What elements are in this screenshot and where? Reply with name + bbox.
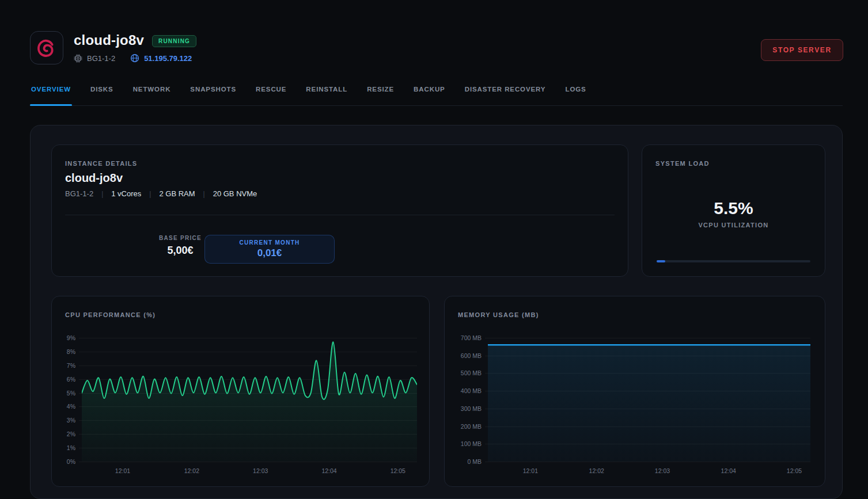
spec-item: 1 vCores [111, 189, 141, 198]
instance-name: cloud-jo8v [65, 172, 123, 185]
y-tick-label: 700 MB [454, 334, 482, 341]
base-price-value: 5,00€ [167, 245, 193, 257]
y-tick-label: 5% [58, 390, 75, 397]
server-meta-row: BG1-1-2 51.195.79.122 [74, 54, 192, 63]
instance-specs-row: BG1-1-2|1 vCores|2 GB RAM|20 GB NVMe [65, 189, 257, 198]
memory-usage-card: MEMORY USAGE (MB) 700 MB600 MB500 MB400 … [444, 296, 825, 487]
spec-item: BG1-1-2 [65, 189, 93, 198]
x-tick-label: 12:01 [115, 467, 130, 474]
cpu-chart-title: CPU PERFORMANCE (%) [65, 311, 156, 318]
load-progress-bar [657, 260, 810, 262]
overview-panel: INSTANCE DETAILS cloud-jo8v BG1-1-2|1 vC… [30, 125, 843, 499]
tab-backup[interactable]: BACKUP [412, 82, 446, 105]
x-tick-label: 12:02 [589, 467, 604, 474]
instance-details-title: INSTANCE DETAILS [65, 160, 138, 167]
memory-series [488, 338, 810, 462]
tab-rescue[interactable]: RESCUE [255, 82, 287, 105]
tab-disks[interactable]: DISKS [89, 82, 115, 105]
spec-separator: | [101, 190, 103, 198]
page-title: cloud-jo8v RUNNING [74, 32, 196, 48]
cpu-chart-plot: 9%8%7%6%5%4%3%2%1%0%12:0112:0212:0312:04… [82, 338, 417, 462]
cpu-chip-icon [74, 54, 82, 63]
spec-item: 20 GB NVMe [213, 189, 257, 198]
status-badge: RUNNING [152, 35, 196, 47]
spec-separator: | [149, 190, 151, 198]
cpu-series [82, 338, 417, 462]
y-tick-label: 1% [58, 444, 75, 451]
memory-chart-title: MEMORY USAGE (MB) [458, 311, 539, 318]
tab-bar: OVERVIEWDISKSNETWORKSNAPSHOTSRESCUEREINS… [30, 82, 843, 106]
debian-logo [30, 31, 63, 64]
x-tick-label: 12:04 [721, 467, 736, 474]
tab-snapshots[interactable]: SNAPSHOTS [189, 82, 237, 105]
vcpu-load-caption: VCPU UTILIZATION [642, 222, 825, 228]
y-tick-label: 500 MB [454, 370, 482, 376]
y-tick-label: 0 MB [454, 458, 482, 465]
current-month-label: CURRENT MONTH [239, 239, 300, 246]
spec-separator: | [203, 190, 205, 198]
y-tick-label: 0% [58, 458, 75, 465]
y-tick-label: 300 MB [454, 405, 482, 412]
y-tick-label: 8% [58, 348, 75, 355]
tab-logs[interactable]: LOGS [564, 82, 587, 105]
divider [65, 215, 615, 215]
spec-item: 2 GB RAM [159, 189, 195, 198]
tab-reinstall[interactable]: REINSTALL [305, 82, 348, 105]
tab-resize[interactable]: RESIZE [366, 82, 395, 105]
y-tick-label: 200 MB [454, 423, 482, 430]
x-tick-label: 12:03 [655, 467, 670, 474]
debian-swirl-icon [34, 35, 59, 60]
tab-disaster-recovery[interactable]: DISASTER RECOVERY [464, 82, 547, 105]
current-month-box: CURRENT MONTH 0,01€ [204, 235, 335, 264]
globe-icon [130, 54, 139, 63]
system-load-card: SYSTEM LOAD 5.5% VCPU UTILIZATION [642, 144, 825, 277]
y-tick-label: 600 MB [454, 352, 482, 359]
x-tick-label: 12:02 [184, 467, 199, 474]
instance-details-card: INSTANCE DETAILS cloud-jo8v BG1-1-2|1 vC… [51, 144, 628, 277]
gridline [79, 462, 417, 462]
x-tick-label: 12:05 [787, 467, 802, 474]
y-tick-label: 3% [58, 417, 75, 424]
cpu-performance-card: CPU PERFORMANCE (%) 9%8%7%6%5%4%3%2%1%0%… [51, 296, 430, 487]
current-month-value: 0,01€ [257, 247, 282, 259]
x-tick-label: 12:04 [321, 467, 336, 474]
plan-label: BG1-1-2 [87, 54, 115, 63]
x-tick-label: 12:05 [391, 467, 405, 474]
system-load-title: SYSTEM LOAD [655, 160, 710, 167]
y-tick-label: 2% [58, 431, 75, 437]
y-tick-label: 100 MB [454, 440, 482, 447]
y-tick-label: 400 MB [454, 387, 482, 394]
gridline [485, 462, 810, 462]
y-tick-label: 9% [58, 334, 75, 341]
stop-server-button[interactable]: STOP SERVER [761, 39, 843, 61]
ip-address-link[interactable]: 51.195.79.122 [144, 54, 192, 63]
memory-chart-plot: 700 MB600 MB500 MB400 MB300 MB200 MB100 … [488, 338, 810, 462]
tab-overview[interactable]: OVERVIEW [30, 82, 72, 105]
load-progress-fill [657, 260, 665, 262]
base-price-label: BASE PRICE [159, 235, 202, 241]
vcpu-load-value: 5.5% [642, 199, 825, 218]
y-tick-label: 4% [58, 403, 75, 410]
x-tick-label: 12:03 [253, 467, 268, 474]
y-tick-label: 6% [58, 376, 75, 383]
server-name-text: cloud-jo8v [74, 32, 144, 48]
tab-network[interactable]: NETWORK [132, 82, 172, 105]
x-tick-label: 12:01 [523, 467, 538, 474]
y-tick-label: 7% [58, 362, 75, 369]
